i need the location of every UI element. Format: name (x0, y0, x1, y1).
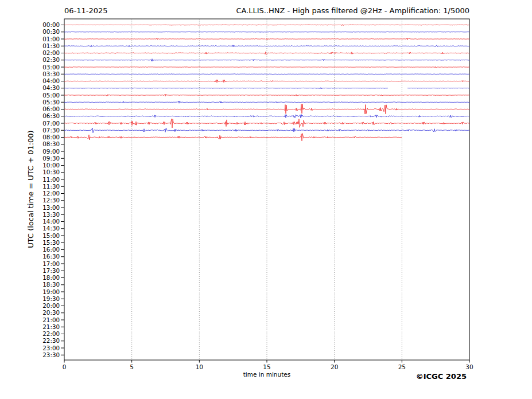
y-tick-label: 04:30 (42, 84, 60, 91)
y-tick-label: 20:30 (42, 309, 60, 316)
y-tick-label: 17:00 (42, 260, 60, 267)
y-tick-label: 14:30 (42, 225, 60, 232)
y-tick-label: 00:30 (42, 28, 60, 35)
y-tick-label: 03:30 (42, 71, 60, 77)
y-tick-label: 23:00 (42, 345, 60, 351)
y-tick-label: 13:30 (42, 211, 60, 218)
y-tick-label: 21:30 (42, 323, 60, 330)
y-tick-label: 18:00 (42, 274, 60, 281)
y-tick-label: 18:30 (42, 281, 60, 288)
x-tick-label: 10 (196, 363, 203, 370)
y-tick-label: 00:00 (42, 21, 60, 28)
y-tick-label: 05:00 (42, 92, 60, 99)
y-tick-label: 03:00 (42, 64, 60, 71)
trace-02:30 (64, 59, 469, 61)
y-tick-label: 14:00 (42, 218, 60, 225)
x-tick-label: 30 (465, 363, 473, 370)
seismogram-viewer-page: 06-11-2025 CA.LLIS..HNZ - High pass filt… (0, 0, 532, 399)
y-tick-label: 22:00 (42, 330, 60, 337)
x-tick-label: 5 (130, 363, 134, 370)
y-tick-label: 12:30 (42, 197, 60, 204)
helicorder-plot: 05101520253000:0000:3001:0001:3002:0002:… (0, 0, 532, 399)
y-tick-label: 07:00 (42, 120, 60, 127)
trace-04:00 (64, 80, 469, 83)
y-tick-label: 09:00 (42, 148, 60, 155)
y-tick-label: 12:00 (42, 190, 60, 197)
trace-00:30 (64, 32, 469, 33)
y-tick-label: 09:30 (42, 155, 60, 162)
y-tick-label: 19:30 (42, 295, 60, 302)
trace-03:30 (64, 73, 469, 75)
y-tick-label: 15:00 (42, 232, 60, 239)
y-tick-label: 10:00 (42, 162, 60, 169)
y-tick-label: 16:30 (42, 253, 60, 260)
trace-04:30 (64, 88, 469, 89)
x-tick-label: 25 (398, 363, 406, 370)
y-tick-label: 02:30 (42, 56, 60, 63)
x-tick-label: 20 (331, 363, 338, 370)
trace-03:00 (64, 66, 469, 68)
x-axis-label: time in minutes (64, 371, 469, 378)
y-tick-label: 13:00 (42, 204, 60, 211)
y-tick-label: 23:30 (42, 351, 60, 358)
trace-08:00 (64, 134, 402, 141)
y-tick-label: 01:30 (42, 42, 60, 49)
y-tick-label: 01:00 (42, 36, 60, 42)
y-tick-label: 04:00 (42, 77, 60, 84)
y-tick-label: 08:30 (42, 140, 60, 147)
y-tick-label: 08:00 (42, 134, 60, 140)
trace-05:00 (64, 94, 469, 96)
y-tick-label: 21:00 (42, 316, 60, 323)
y-tick-label: 06:30 (42, 112, 60, 119)
y-tick-label: 10:30 (42, 169, 60, 175)
y-tick-label: 17:30 (42, 267, 60, 274)
y-tick-label: 15:30 (42, 239, 60, 246)
y-tick-label: 16:00 (42, 246, 60, 253)
y-tick-label: 22:30 (42, 337, 60, 344)
copyright-credit: ©ICGC 2025 (416, 372, 467, 381)
x-tick-label: 0 (63, 363, 67, 370)
y-tick-label: 05:30 (42, 99, 60, 105)
y-tick-label: 20:00 (42, 302, 60, 309)
y-tick-label: 11:00 (42, 176, 60, 183)
y-tick-label: 07:30 (42, 127, 60, 134)
y-tick-label: 11:30 (42, 183, 60, 190)
x-tick-label: 15 (263, 363, 270, 370)
y-tick-label: 06:00 (42, 105, 60, 112)
y-tick-label: 02:00 (42, 49, 60, 56)
y-tick-label: 19:00 (42, 288, 60, 295)
